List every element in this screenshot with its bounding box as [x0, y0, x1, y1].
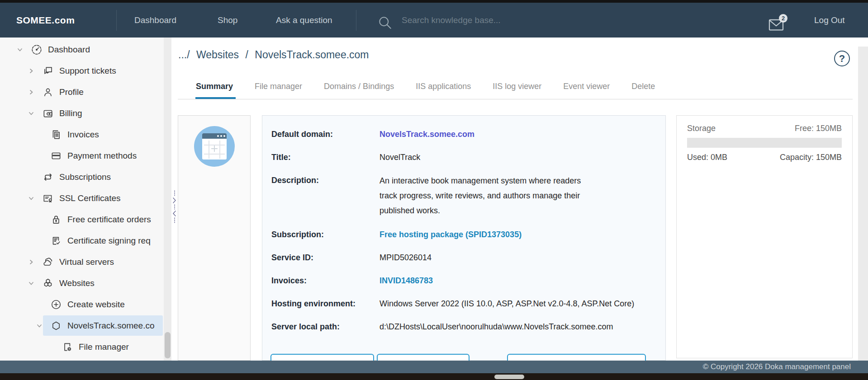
chevron-right-icon[interactable] [26, 89, 37, 95]
sidebar-item-billing[interactable]: Billing [0, 103, 164, 124]
storage-panel: Storage Free: 150MB Used: 0MB Capacity: … [676, 115, 853, 358]
horizontal-scrollbar-thumb[interactable] [494, 375, 524, 379]
hexagons-icon [42, 277, 54, 289]
bottom-bar [0, 373, 868, 380]
chevron-down-icon[interactable] [34, 323, 45, 329]
breadcrumb: .../ Websites / NovelsTrack.somee.com [178, 49, 369, 61]
chevron-down-icon[interactable] [26, 195, 37, 202]
plus-circle-icon [50, 299, 62, 310]
sidebar-item-create-website[interactable]: Create website [0, 294, 164, 315]
description-value: An interactive book management system wh… [379, 174, 594, 218]
chevron-down-icon[interactable] [14, 47, 25, 53]
tab-summary[interactable]: Summary [196, 80, 233, 99]
sidebar-scrollbar[interactable] [164, 38, 171, 361]
sidebar-tree: Dashboard Support tickets Profile Billin… [0, 38, 164, 361]
sidebar-item-ssl-certificates[interactable]: SSL Certificates [0, 188, 164, 209]
credit-card-icon [50, 150, 62, 162]
tab-delete[interactable]: Delete [631, 80, 655, 99]
footer: © Copyright 2026 Doka management panel [0, 361, 868, 373]
field-title: Title: NovelTrack [271, 150, 656, 164]
topbar-divider [356, 10, 356, 31]
title-value: NovelTrack [379, 150, 420, 164]
summary-panel: Default domain: NovelsTrack.somee.com Ti… [262, 115, 666, 361]
field-default-domain: Default domain: NovelsTrack.somee.com [271, 127, 656, 141]
sidebar-item-subscriptions[interactable]: Subscriptions [0, 166, 164, 188]
chevron-right-icon[interactable] [26, 259, 37, 265]
chevron-down-icon[interactable] [26, 280, 37, 286]
wallet-icon [42, 108, 54, 119]
splitter-collapse-handle[interactable] [172, 190, 177, 226]
website-avatar [194, 126, 235, 167]
search-icon[interactable] [377, 14, 393, 33]
topbar: SOMEE.com Dashboard Shop Ask a question … [0, 3, 868, 38]
storage-title: Storage [687, 124, 716, 133]
sidebar-item-websites[interactable]: Websites [0, 272, 164, 294]
nav-dashboard[interactable]: Dashboard [134, 3, 176, 38]
sidebar-item-certificate-signing-requests[interactable]: Certificate signing req [0, 230, 164, 251]
server-local-path-value: d:\DZHosts\LocalUser\noorulhuda\www.Nove… [379, 320, 613, 333]
field-hosting-environment: Hosting environment: Windows Server 2022… [271, 297, 656, 310]
person-icon [42, 86, 54, 98]
logout-button[interactable]: Log Out [814, 3, 845, 38]
help-icon[interactable]: ? [834, 51, 850, 66]
document-check-icon [50, 235, 62, 247]
subscription-link[interactable]: Free hosting package (SPID1373035) [379, 230, 522, 239]
chevron-down-icon[interactable] [26, 110, 37, 117]
tab-bar: Summary File manager Domains / Bindings … [196, 80, 655, 99]
mail-badge: 2 [779, 14, 787, 23]
sidebar-item-payment-methods[interactable]: Payment methods [0, 145, 164, 166]
breadcrumb-websites[interactable]: Websites [196, 49, 239, 61]
certificate-icon [42, 192, 54, 204]
tab-event-viewer[interactable]: Event viewer [563, 80, 610, 99]
mail-button[interactable]: 2 [768, 18, 786, 33]
topbar-divider [116, 10, 117, 31]
logo[interactable]: SOMEE.com [16, 3, 75, 38]
copyright-text: © Copyright 2026 Doka management panel [703, 362, 851, 371]
breadcrumb-ellipsis[interactable]: ... [178, 49, 187, 61]
chevron-right-icon[interactable] [26, 68, 37, 74]
storage-progress-bar [687, 138, 842, 148]
panel-splitter[interactable] [171, 38, 178, 361]
search-input[interactable] [402, 13, 592, 28]
file-gear-icon [62, 341, 73, 353]
sidebar-item-file-manager[interactable]: File manager [0, 336, 164, 357]
storage-capacity: Capacity: 150MB [780, 153, 842, 162]
field-description: Description: An interactive book managem… [271, 174, 656, 218]
tab-iis-applications[interactable]: IIS applications [416, 80, 471, 99]
page-scrollbar[interactable] [858, 47, 868, 373]
service-id-value: MPID5026014 [379, 251, 432, 264]
hosting-environment-value: Windows Server 2022 (IIS 10.0, ASP, ASP.… [379, 297, 634, 310]
field-service-id: Service ID: MPID5026014 [271, 251, 656, 264]
field-server-local-path: Server local path: d:\DZHosts\LocalUser\… [271, 320, 656, 333]
gauge-icon [31, 44, 43, 56]
field-invoices: Invoices: INVID1486783 [271, 274, 656, 287]
clouds-icon [42, 256, 54, 268]
mail-icon [768, 25, 784, 33]
field-subscription: Subscription: Free hosting package (SPID… [271, 228, 656, 241]
hexagon-icon [50, 320, 62, 332]
sidebar-item-support-tickets[interactable]: Support tickets [0, 60, 164, 81]
sidebar-item-virtual-servers[interactable]: Virtual servers [0, 251, 164, 272]
storage-free: Free: 150MB [795, 124, 842, 133]
nav-shop[interactable]: Shop [218, 3, 237, 38]
invoice-link[interactable]: INVID1486783 [379, 276, 433, 285]
sidebar-item-dashboard[interactable]: Dashboard [0, 39, 164, 60]
invoices-icon [50, 129, 62, 141]
tab-iis-log-viewer[interactable]: IIS log viewer [493, 80, 541, 99]
breadcrumb-current-site[interactable]: NovelsTrack.somee.com [255, 49, 369, 61]
repeat-icon [42, 171, 54, 183]
default-domain-link[interactable]: NovelsTrack.somee.com [379, 130, 474, 139]
sidebar-item-invoices[interactable]: Invoices [0, 124, 164, 145]
sidebar-item-novelstrack-website[interactable]: NovelsTrack.somee.co [0, 315, 164, 336]
tab-file-manager[interactable]: File manager [255, 80, 302, 99]
nav-ask-a-question[interactable]: Ask a question [276, 3, 332, 38]
tab-bar-divider [178, 99, 853, 99]
browser-window-icon [202, 133, 227, 160]
storage-used: Used: 0MB [687, 153, 727, 162]
sidebar-item-profile[interactable]: Profile [0, 81, 164, 103]
tab-domains-bindings[interactable]: Domains / Bindings [324, 80, 394, 99]
lock-icon [50, 214, 62, 225]
website-icon-card [178, 115, 251, 361]
sidebar-scrollbar-thumb[interactable] [165, 332, 171, 358]
sidebar-item-free-certificate-orders[interactable]: Free certificate orders [0, 209, 164, 230]
